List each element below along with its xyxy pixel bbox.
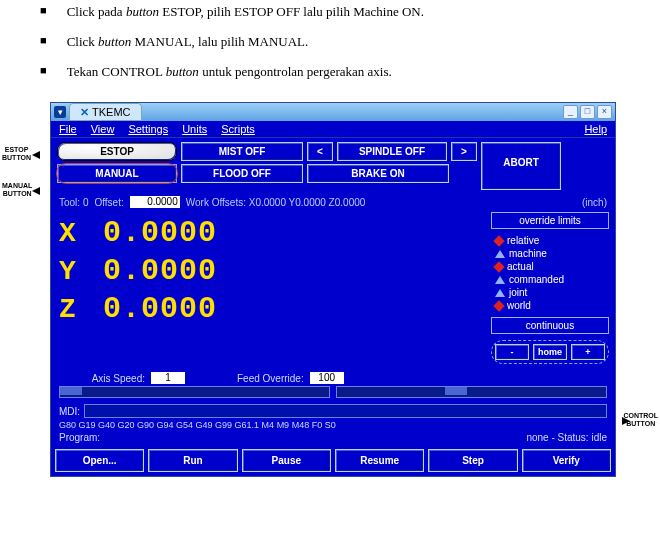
axis-speed-label: Axis Speed: [59, 373, 145, 384]
bottom-button-verify[interactable]: Verify [522, 449, 611, 472]
bullet-icon: ■ [40, 4, 47, 20]
instruction-text: Tekan CONTROL button untuk pengontrolan … [67, 64, 392, 80]
bottom-button-open[interactable]: Open... [55, 449, 144, 472]
dro-row-z: Z 0.0000 [59, 292, 485, 326]
dro-panel: X 0.0000 Y 0.0000 Z 0.0000 [59, 212, 485, 364]
window-title: TKEMC [92, 106, 131, 118]
coord-mode-label: machine [509, 248, 547, 259]
menu-file[interactable]: File [59, 123, 77, 135]
bottom-button-resume[interactable]: Resume [335, 449, 424, 472]
diamond-icon [493, 261, 504, 272]
home-button[interactable]: home [533, 344, 567, 360]
manual-button[interactable]: MANUAL [57, 164, 177, 183]
continuous-button[interactable]: continuous [491, 317, 609, 334]
arrow-icon [32, 151, 40, 159]
jog-minus-button[interactable]: - [495, 344, 529, 360]
diamond-icon [493, 300, 504, 311]
coord-mode-item[interactable]: world [495, 300, 609, 311]
menu-scripts[interactable]: Scripts [221, 123, 255, 135]
dro-row-y: Y 0.0000 [59, 254, 485, 288]
coord-mode-label: relative [507, 235, 539, 246]
feed-override-slider[interactable] [336, 386, 607, 398]
coord-mode-item[interactable]: actual [495, 261, 609, 272]
brake-button[interactable]: BRAKE ON [307, 164, 449, 183]
estop-button[interactable]: ESTOP [57, 142, 177, 161]
coord-mode-label: world [507, 300, 531, 311]
coord-mode-label: joint [509, 287, 527, 298]
close-button[interactable]: × [597, 105, 612, 119]
callout-manual: MANUALBUTTON [2, 182, 32, 197]
x-logo-icon: ✕ [80, 106, 89, 119]
caret-up-icon [495, 276, 505, 284]
axis-x-value: 0.0000 [103, 216, 217, 250]
minimize-button[interactable]: _ [563, 105, 578, 119]
info-line: Tool: 0 Offset: 0.0000 Work Offsets: X0.… [51, 192, 615, 210]
instruction-list: ■ Click pada button ESTOP, pilih ESTOP O… [0, 0, 660, 102]
feed-override-input[interactable]: 100 [310, 372, 344, 384]
offset-label: Offset: [94, 197, 123, 208]
work-offsets: Work Offsets: X0.0000 Y0.0000 Z0.0000 [186, 197, 366, 208]
abort-button[interactable]: ABORT [481, 142, 561, 190]
app-window: ▾ ✕ TKEMC _ □ × File View Settings Units… [50, 102, 616, 477]
arrow-icon [622, 417, 630, 425]
spindle-left-button[interactable]: < [307, 142, 333, 161]
offset-input[interactable]: 0.0000 [130, 196, 180, 208]
mist-button[interactable]: MIST OFF [181, 142, 303, 161]
caret-up-icon [495, 250, 505, 258]
instruction-text: Click pada button ESTOP, pilih ESTOP OFF… [67, 4, 424, 20]
unit-label: (inch) [582, 197, 607, 208]
bottom-button-step[interactable]: Step [428, 449, 517, 472]
mdi-input[interactable] [84, 404, 607, 418]
window-tab[interactable]: ✕ TKEMC [69, 103, 142, 121]
gcode-line: G80 G19 G40 G20 G90 G94 G54 G49 G99 G61.… [51, 420, 615, 432]
menu-settings[interactable]: Settings [128, 123, 168, 135]
menu-units[interactable]: Units [182, 123, 207, 135]
window-menu-icon[interactable]: ▾ [54, 106, 66, 118]
coord-mode-label: actual [507, 261, 534, 272]
instruction-text: Click button MANUAL, lalu pilih MANUAL. [67, 34, 309, 50]
diamond-icon [493, 235, 504, 246]
spindle-button[interactable]: SPINDLE OFF [337, 142, 447, 161]
instruction-item: ■ Click pada button ESTOP, pilih ESTOP O… [40, 4, 640, 20]
bullet-icon: ■ [40, 34, 47, 50]
flood-button[interactable]: FLOOD OFF [181, 164, 303, 183]
axis-y-value: 0.0000 [103, 254, 217, 288]
axis-x-label: X [59, 218, 103, 249]
bottom-button-pause[interactable]: Pause [242, 449, 331, 472]
coord-mode-item[interactable]: machine [495, 248, 609, 259]
program-status: none - Status: idle [526, 432, 607, 443]
instruction-item: ■ Click button MANUAL, lalu pilih MANUAL… [40, 34, 640, 50]
program-label: Program: [59, 432, 100, 443]
menubar: File View Settings Units Scripts Help [51, 121, 615, 138]
axis-speed-input[interactable]: 1 [151, 372, 185, 384]
override-limits-button[interactable]: override limits [491, 212, 609, 229]
tool-label: Tool: 0 [59, 197, 88, 208]
arrow-icon [32, 187, 40, 195]
axis-speed-slider[interactable] [59, 386, 330, 398]
spindle-right-button[interactable]: > [451, 142, 477, 161]
coord-mode-item[interactable]: commanded [495, 274, 609, 285]
coord-mode-label: commanded [509, 274, 564, 285]
right-panel: override limits relativemachineactualcom… [491, 212, 609, 364]
caret-up-icon [495, 289, 505, 297]
coord-mode-list: relativemachineactualcommandedjointworld [491, 235, 609, 311]
coord-mode-item[interactable]: joint [495, 287, 609, 298]
coord-mode-item[interactable]: relative [495, 235, 609, 246]
bottom-button-run[interactable]: Run [148, 449, 237, 472]
axis-z-value: 0.0000 [103, 292, 217, 326]
jog-plus-button[interactable]: + [571, 344, 605, 360]
bottom-toolbar: Open...RunPauseResumeStepVerify [51, 445, 615, 476]
maximize-button[interactable]: □ [580, 105, 595, 119]
instruction-item: ■ Tekan CONTROL button untuk pengontrola… [40, 64, 640, 80]
axis-z-label: Z [59, 294, 103, 325]
dro-row-x: X 0.0000 [59, 216, 485, 250]
titlebar[interactable]: ▾ ✕ TKEMC _ □ × [51, 103, 615, 121]
feed-override-label: Feed Override: [237, 373, 304, 384]
menu-help[interactable]: Help [584, 123, 607, 135]
bullet-icon: ■ [40, 64, 47, 80]
mdi-label: MDI: [59, 406, 80, 417]
menu-view[interactable]: View [91, 123, 115, 135]
axis-y-label: Y [59, 256, 103, 287]
callout-estop: ESTOPBUTTON [2, 146, 31, 161]
